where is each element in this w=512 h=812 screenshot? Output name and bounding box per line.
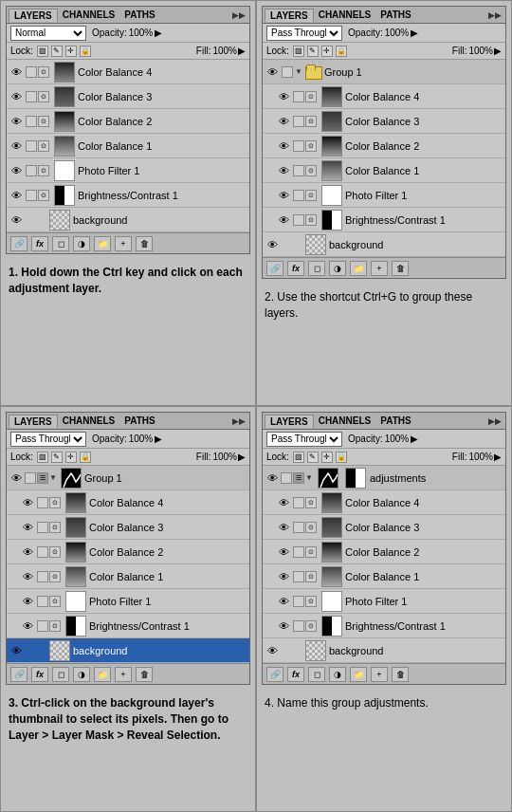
panel-menu-tl[interactable]: ▶▶ [230, 10, 247, 20]
eye-bc-bl[interactable]: 👁 [20, 618, 35, 634]
opacity-arrow-br[interactable]: ▶ [411, 434, 418, 444]
layer-row-cb1-bl[interactable]: 👁 ⊙ Color Balance 1 [7, 564, 249, 589]
layer-row-bg-br[interactable]: 👁 background [263, 638, 505, 663]
fx-btn-tl[interactable]: fx [31, 236, 48, 251]
new-btn-tr[interactable]: + [371, 261, 388, 276]
new-btn-bl[interactable]: + [115, 667, 132, 682]
eye-pf-bl[interactable]: 👁 [20, 594, 35, 609]
mask-btn-tr[interactable]: ◻ [308, 261, 325, 276]
trash-btn-br[interactable]: 🗑 [392, 667, 409, 682]
eye-bg-br[interactable]: 👁 [265, 643, 280, 658]
layer-row-bg-tl[interactable]: 👁 background [7, 208, 249, 232]
lock-paint-tr[interactable]: ✎ [307, 46, 319, 57]
lock-transparent-br[interactable]: ▨ [293, 452, 304, 463]
eye-cb4-tl[interactable]: 👁 [9, 65, 24, 80]
fill-arrow-tl[interactable]: ▶ [238, 46, 246, 56]
lock-paint-br[interactable]: ✎ [307, 452, 319, 463]
eye-adj-br[interactable]: 👁 [265, 471, 280, 486]
layer-row-cb1-tr[interactable]: 👁 ⊙ Color Balance 1 [263, 158, 505, 183]
group-btn-tl[interactable]: 📁 [94, 236, 111, 251]
eye-cb2-br[interactable]: 👁 [276, 544, 291, 560]
tab-layers-br[interactable]: LAYERS [265, 415, 314, 428]
eye-cb3-bl[interactable]: 👁 [20, 520, 35, 535]
link-btn-tl[interactable]: 🔗 [10, 236, 27, 251]
eye-cb1-tr[interactable]: 👁 [276, 163, 291, 178]
layer-row-bg-bl[interactable]: 👁 background [7, 638, 249, 663]
eye-bc-br[interactable]: 👁 [276, 618, 291, 634]
new-btn-tl[interactable]: + [115, 236, 132, 251]
group-btn-tr[interactable]: 📁 [350, 261, 367, 276]
eye-cb2-tr[interactable]: 👁 [276, 138, 291, 154]
layer-row-cb2-br[interactable]: 👁 ⊙ Color Balance 2 [263, 540, 505, 564]
lock-transparent-tl[interactable]: ▨ [37, 46, 48, 57]
layer-row-cb3-br[interactable]: 👁 ⊙ Color Balance 3 [263, 515, 505, 540]
eye-group1-tr[interactable]: 👁 [265, 65, 280, 80]
layer-row-adj-br[interactable]: 👁 ☰ ▼ a [263, 466, 505, 490]
eye-cb3-br[interactable]: 👁 [276, 520, 291, 535]
layer-row-cb4-bl[interactable]: 👁 ⊙ Color Balance 4 [7, 490, 249, 515]
adjust-btn-tl[interactable]: ◑ [73, 236, 90, 251]
lock-paint-bl[interactable]: ✎ [51, 452, 63, 463]
tab-channels-br[interactable]: CHANNELS [314, 415, 376, 427]
blend-select-tl[interactable]: Normal [10, 26, 86, 41]
eye-bc-tr[interactable]: 👁 [276, 212, 291, 228]
adjust-btn-br[interactable]: ◑ [329, 667, 346, 682]
eye-cb4-bl[interactable]: 👁 [20, 495, 35, 510]
eye-cb1-tl[interactable]: 👁 [9, 138, 24, 154]
group-arrow-tr[interactable]: ▼ [295, 67, 302, 76]
eye-cb4-tr[interactable]: 👁 [276, 89, 291, 104]
eye-cb1-br[interactable]: 👁 [276, 569, 291, 584]
fx-btn-tr[interactable]: fx [287, 261, 304, 276]
eye-pf-br[interactable]: 👁 [276, 594, 291, 609]
eye-pf-tr[interactable]: 👁 [276, 188, 291, 203]
eye-group1-bl[interactable]: 👁 [9, 471, 24, 486]
trash-btn-tl[interactable]: 🗑 [136, 236, 153, 251]
lock-transparent-tr[interactable]: ▨ [293, 46, 304, 57]
tab-paths-bl[interactable]: PATHS [119, 415, 159, 427]
mask-btn-br[interactable]: ◻ [308, 667, 325, 682]
opacity-arrow-tl[interactable]: ▶ [155, 28, 162, 38]
lock-transparent-bl[interactable]: ▨ [37, 452, 48, 463]
eye-cb3-tr[interactable]: 👁 [276, 114, 291, 129]
lock-move-tl[interactable]: ✛ [65, 46, 77, 57]
blend-select-tr[interactable]: Pass Through [266, 26, 342, 41]
eye-cb2-tl[interactable]: 👁 [9, 114, 24, 129]
eye-cb1-bl[interactable]: 👁 [20, 569, 35, 584]
blend-select-bl[interactable]: Pass Through [10, 432, 86, 447]
tab-channels-tr[interactable]: CHANNELS [314, 9, 376, 21]
adjust-btn-bl[interactable]: ◑ [73, 667, 90, 682]
fx-btn-br[interactable]: fx [287, 667, 304, 682]
tab-layers-tl[interactable]: LAYERS [9, 9, 58, 22]
tab-paths-tr[interactable]: PATHS [375, 9, 415, 21]
link-btn-tr[interactable]: 🔗 [266, 261, 283, 276]
layer-row-cb3-tr[interactable]: 👁 ⊙ Color Balance 3 [263, 109, 505, 134]
fill-arrow-bl[interactable]: ▶ [238, 452, 246, 462]
layer-row-cb1-tl[interactable]: 👁 ⊙ Color Balance 1 [7, 134, 249, 158]
fx-btn-bl[interactable]: fx [31, 667, 48, 682]
layer-row-pf-br[interactable]: 👁 ⊙ Photo Filter 1 [263, 589, 505, 614]
layer-row-pf-tl[interactable]: 👁 ⊙ Photo Filter 1 [7, 158, 249, 183]
mask-btn-tl[interactable]: ◻ [52, 236, 69, 251]
group-btn-br[interactable]: 📁 [350, 667, 367, 682]
tab-paths-tl[interactable]: PATHS [119, 9, 159, 21]
panel-menu-bl[interactable]: ▶▶ [230, 416, 247, 426]
lock-all-tr[interactable]: 🔒 [336, 46, 347, 57]
layer-row-bc-tr[interactable]: 👁 ⊙ Brightness/Contrast 1 [263, 208, 505, 232]
eye-cb4-br[interactable]: 👁 [276, 495, 291, 510]
layer-row-cb4-tl[interactable]: 👁 ⊙ Color Balance 4 [7, 60, 249, 84]
fill-arrow-tr[interactable]: ▶ [494, 46, 502, 56]
tab-layers-tr[interactable]: LAYERS [265, 9, 314, 22]
group-btn-bl[interactable]: 📁 [94, 667, 111, 682]
panel-menu-br[interactable]: ▶▶ [486, 416, 503, 426]
tab-channels-bl[interactable]: CHANNELS [58, 415, 120, 427]
layer-row-cb3-tl[interactable]: 👁 ⊙ Color Balance 3 [7, 84, 249, 109]
new-btn-br[interactable]: + [371, 667, 388, 682]
link-btn-bl[interactable]: 🔗 [10, 667, 27, 682]
layer-row-cb2-bl[interactable]: 👁 ⊙ Color Balance 2 [7, 540, 249, 564]
blend-select-br[interactable]: Pass Through [266, 432, 342, 447]
eye-bc-tl[interactable]: 👁 [9, 188, 24, 203]
layer-row-cb2-tl[interactable]: 👁 ⊙ Color Balance 2 [7, 109, 249, 134]
group-arrow-bl[interactable]: ▼ [49, 473, 57, 482]
panel-menu-tr[interactable]: ▶▶ [486, 10, 503, 20]
tab-channels-tl[interactable]: CHANNELS [58, 9, 120, 21]
